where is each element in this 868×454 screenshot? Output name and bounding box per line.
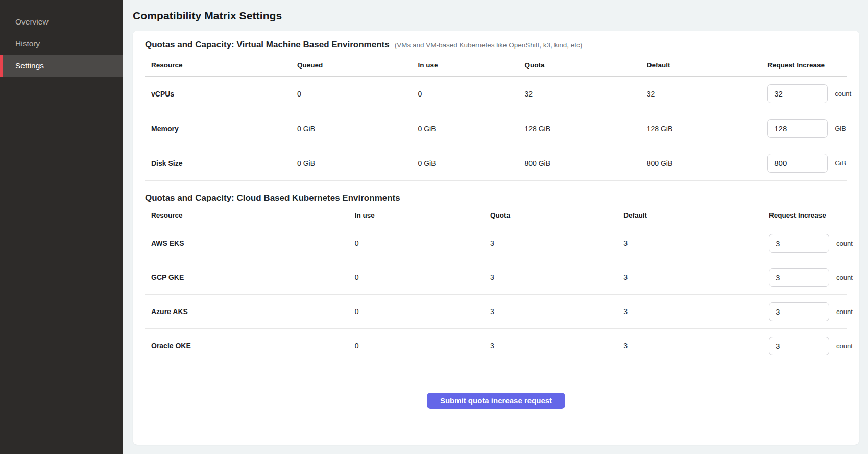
request-increase-input[interactable] <box>767 119 828 138</box>
value-cell: 0 <box>412 77 518 111</box>
request-increase-input[interactable] <box>769 234 829 253</box>
sidebar: Overview History Settings <box>0 0 123 454</box>
unit-label: count <box>836 342 853 350</box>
main-content: Compatibility Matrix Settings Quotas and… <box>123 0 868 454</box>
sidebar-item-settings[interactable]: Settings <box>0 55 123 77</box>
table-header-row: ResourceIn useQuotaDefaultRequest Increa… <box>145 203 847 226</box>
cloud-k8s-quota-table: ResourceIn useQuotaDefaultRequest Increa… <box>145 203 847 363</box>
column-header: Quota <box>484 203 617 226</box>
section-subtitle: (VMs and VM-based Kubernetes like OpenSh… <box>395 41 583 49</box>
table-row: Disk Size0 GiB0 GiB800 GiB800 GiBGiB <box>145 146 847 181</box>
unit-label: count <box>836 240 853 247</box>
value-cell: 3 <box>484 226 617 260</box>
request-increase-cell: count <box>761 77 847 111</box>
column-header: Request Increase <box>761 50 847 77</box>
request-increase-cell: count <box>763 295 847 329</box>
value-cell: 0 <box>349 226 484 260</box>
value-cell: 0 GiB <box>291 111 412 146</box>
value-cell: 128 GiB <box>518 111 640 146</box>
column-header: In use <box>412 50 518 77</box>
submit-row: Submit quota increase request <box>145 393 847 409</box>
value-cell: 3 <box>617 260 763 295</box>
value-cell: 3 <box>484 295 617 329</box>
value-cell: 800 GiB <box>641 146 762 181</box>
request-increase-input[interactable] <box>767 84 828 103</box>
table-row: GCP GKE033count <box>145 260 847 295</box>
table-row: vCPUs003232count <box>145 77 847 111</box>
section-title: Quotas and Capacity: Virtual Machine Bas… <box>145 40 390 50</box>
table-row: Oracle OKE033count <box>145 329 847 363</box>
resource-cell: Disk Size <box>145 146 291 181</box>
value-cell: 3 <box>484 329 617 363</box>
section-title: Quotas and Capacity: Cloud Based Kuberne… <box>145 193 400 203</box>
request-increase-input[interactable] <box>767 154 828 173</box>
value-cell: 3 <box>484 260 617 295</box>
value-cell: 0 GiB <box>291 146 412 181</box>
section-header: Quotas and Capacity: Cloud Based Kuberne… <box>145 193 847 203</box>
request-increase-cell: count <box>763 260 847 295</box>
request-increase-input[interactable] <box>769 268 829 287</box>
section-cloud-k8s: Quotas and Capacity: Cloud Based Kuberne… <box>145 193 847 363</box>
column-header: Default <box>617 203 763 226</box>
value-cell: 0 <box>349 260 484 295</box>
section-header: Quotas and Capacity: Virtual Machine Bas… <box>145 40 847 50</box>
column-header: Quota <box>518 50 640 77</box>
sidebar-item-history[interactable]: History <box>0 33 123 55</box>
value-cell: 800 GiB <box>518 146 640 181</box>
value-cell: 3 <box>617 329 763 363</box>
section-vm-environments: Quotas and Capacity: Virtual Machine Bas… <box>145 40 847 181</box>
value-cell: 0 <box>349 295 484 329</box>
sidebar-item-label: Overview <box>15 17 49 27</box>
sidebar-item-label: Settings <box>15 61 44 70</box>
value-cell: 3 <box>617 226 763 260</box>
value-cell: 0 <box>291 77 412 111</box>
column-header: Resource <box>145 203 349 226</box>
value-cell: 0 GiB <box>412 146 518 181</box>
resource-cell: Oracle OKE <box>145 329 349 363</box>
table-row: Memory0 GiB0 GiB128 GiB128 GiBGiB <box>145 111 847 146</box>
value-cell: 128 GiB <box>641 111 762 146</box>
value-cell: 32 <box>518 77 640 111</box>
column-header: Resource <box>145 50 291 77</box>
sidebar-item-overview[interactable]: Overview <box>0 11 123 33</box>
page-title: Compatibility Matrix Settings <box>133 9 859 22</box>
request-increase-input[interactable] <box>769 302 829 321</box>
value-cell: 0 GiB <box>412 111 518 146</box>
value-cell: 32 <box>641 77 762 111</box>
value-cell: 0 <box>349 329 484 363</box>
request-increase-cell: GiB <box>761 146 847 181</box>
unit-label: count <box>836 274 853 281</box>
column-header: In use <box>349 203 484 226</box>
column-header: Request Increase <box>763 203 847 226</box>
sidebar-item-label: History <box>15 39 40 49</box>
submit-quota-button[interactable]: Submit quota increase request <box>427 393 565 409</box>
unit-label: count <box>835 90 851 98</box>
resource-cell: Memory <box>145 111 291 146</box>
unit-label: GiB <box>835 125 846 132</box>
table-header-row: ResourceQueuedIn useQuotaDefaultRequest … <box>145 50 847 77</box>
request-increase-cell: count <box>763 226 847 260</box>
request-increase-cell: GiB <box>761 111 847 146</box>
resource-cell: vCPUs <box>145 77 291 111</box>
vm-quota-table: ResourceQueuedIn useQuotaDefaultRequest … <box>145 50 847 181</box>
request-increase-input[interactable] <box>769 337 829 355</box>
request-increase-cell: count <box>763 329 847 363</box>
table-row: AWS EKS033count <box>145 226 847 260</box>
unit-label: count <box>836 308 853 316</box>
resource-cell: AWS EKS <box>145 226 349 260</box>
unit-label: GiB <box>835 159 846 167</box>
resource-cell: Azure AKS <box>145 295 349 329</box>
value-cell: 3 <box>617 295 763 329</box>
settings-card: Quotas and Capacity: Virtual Machine Bas… <box>133 31 859 445</box>
column-header: Default <box>641 50 762 77</box>
resource-cell: GCP GKE <box>145 260 349 295</box>
table-row: Azure AKS033count <box>145 295 847 329</box>
column-header: Queued <box>291 50 412 77</box>
